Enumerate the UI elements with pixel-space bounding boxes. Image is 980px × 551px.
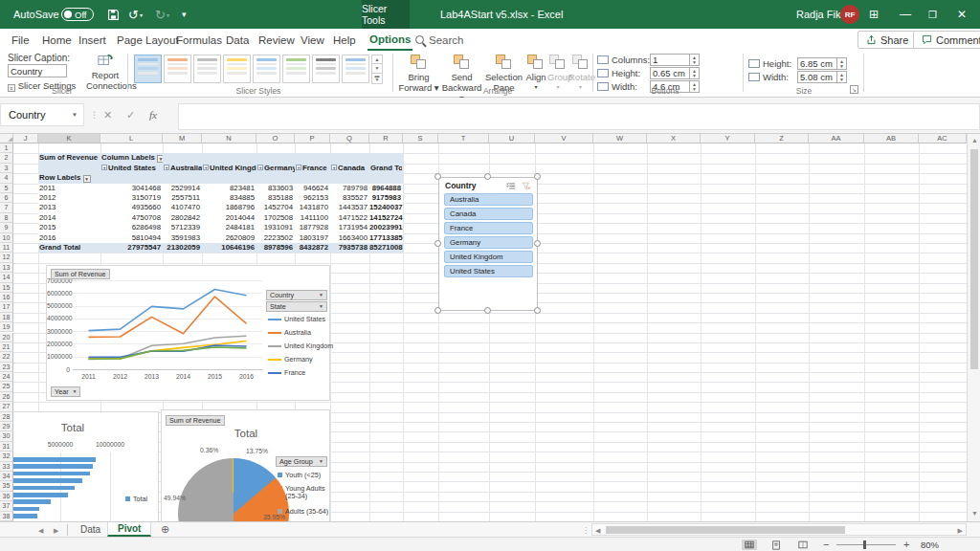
zoom-out-icon[interactable]: −	[823, 539, 829, 550]
sheet-nav-left-icon[interactable]: ◀	[38, 527, 43, 535]
series-australia[interactable]	[89, 297, 247, 337]
column-header-T[interactable]: T	[438, 134, 489, 143]
save-button[interactable]	[107, 0, 120, 29]
column-header-W[interactable]: W	[593, 134, 647, 143]
slicer-clear-filter-icon[interactable]	[522, 181, 531, 192]
tab-insert[interactable]: Insert	[77, 29, 108, 51]
pivot-col-header-canada[interactable]: +Canada	[331, 164, 369, 173]
pivot-grand-total-label[interactable]: Grand Total	[39, 243, 99, 253]
selection-handle[interactable]	[434, 173, 441, 180]
pivot-row-label-2014[interactable]: 2014	[39, 213, 97, 223]
axis-field-button-year[interactable]: Year▼	[51, 386, 80, 397]
slicer-item-australia[interactable]: Australia	[444, 193, 533, 206]
row-header-11[interactable]: 11	[0, 243, 13, 253]
total-bar-chart[interactable]: Total500000010000000Total	[0, 411, 159, 521]
comments-button[interactable]: Comments	[913, 31, 980, 49]
row-header-27[interactable]: 27	[0, 402, 13, 411]
legend-entry-united-kingdom[interactable]: United Kingdom	[268, 342, 333, 350]
row-header-16[interactable]: 16	[0, 293, 13, 302]
customize-quick-access-icon[interactable]: ▾	[182, 0, 187, 29]
tab-home[interactable]: Home	[40, 29, 74, 51]
row-header-20[interactable]: 20	[0, 333, 13, 342]
tab-review[interactable]: Review	[256, 29, 297, 51]
vertical-scroll-thumb[interactable]	[970, 149, 978, 369]
pivot-col-header-france[interactable]: +France	[296, 164, 330, 173]
row-header-32[interactable]: 32	[0, 452, 13, 461]
hscroll-right-icon[interactable]: ▶	[958, 527, 963, 535]
row-header-21[interactable]: 21	[0, 342, 13, 352]
expand-icon[interactable]: +	[203, 165, 209, 170]
tab-help[interactable]: Help	[331, 29, 358, 51]
pivot-column-labels[interactable]: Column Labels ▾	[101, 153, 163, 163]
column-header-U[interactable]: U	[489, 134, 535, 143]
bar-series-bar[interactable]	[11, 457, 96, 462]
series-united-states[interactable]	[89, 290, 247, 331]
slicer-item-germany[interactable]: Germany	[444, 236, 533, 249]
expand-icon[interactable]: +	[331, 165, 337, 170]
slicer-style-option-4[interactable]	[223, 55, 251, 83]
row-header-13[interactable]: 13	[0, 263, 13, 273]
slicer-item-united-kingdom[interactable]: United Kingdom	[444, 251, 533, 263]
enter-entry-icon[interactable]: ✓	[126, 103, 135, 126]
horizontal-scroll-thumb[interactable]	[606, 526, 845, 534]
selection-handle[interactable]	[534, 173, 541, 180]
column-header-AA[interactable]: AA	[809, 134, 864, 143]
new-sheet-icon[interactable]: ⊕	[161, 523, 169, 536]
row-header-4[interactable]: 4	[0, 173, 13, 183]
pie-legend-young-adults-25-34-[interactable]: Young Adults (25-34)	[278, 485, 329, 500]
search-box[interactable]: Search	[413, 29, 465, 51]
bar-series-bar[interactable]	[11, 514, 37, 518]
tab-file[interactable]: File	[10, 29, 32, 51]
row-header-10[interactable]: 10	[0, 233, 13, 243]
expand-icon[interactable]: +	[164, 165, 169, 170]
pivot-col-header-united-kingdom[interactable]: +United Kingdom	[203, 164, 256, 173]
pivot-row-label-2012[interactable]: 2012	[39, 193, 97, 203]
row-labels-filter-icon[interactable]: ▾	[83, 175, 91, 183]
bar-series-bar[interactable]	[11, 472, 90, 476]
pivot-col-header-germany[interactable]: +Germany	[257, 164, 295, 173]
zoom-slider-thumb[interactable]	[863, 540, 866, 549]
bar-series-bar[interactable]	[11, 486, 75, 491]
size-width-input[interactable]: 5.08 cm	[797, 71, 837, 83]
row-header-29[interactable]: 29	[0, 422, 13, 431]
expand-icon[interactable]: +	[257, 165, 263, 170]
zoom-slider-track[interactable]	[836, 544, 896, 545]
row-header-24[interactable]: 24	[0, 372, 13, 382]
select-all-corner[interactable]: ◢	[0, 134, 13, 143]
column-header-J[interactable]: J	[13, 134, 38, 143]
cancel-entry-icon[interactable]: ✕	[103, 103, 112, 126]
row-header-18[interactable]: 18	[0, 313, 13, 322]
context-tab-slicer-tools[interactable]: Slicer Tools	[362, 0, 410, 29]
horizontal-scrollbar[interactable]: ◀ ▶	[591, 523, 967, 536]
row-header-23[interactable]: 23	[0, 363, 13, 372]
restore-button[interactable]: ❐	[928, 0, 937, 29]
slicer-item-canada[interactable]: Canada	[444, 208, 533, 220]
row-header-6[interactable]: 6	[0, 193, 13, 203]
send-backward-button[interactable]: SendBackward ▾	[440, 55, 483, 103]
pie[interactable]	[178, 458, 289, 521]
pivot-row-label-2011[interactable]: 2011	[39, 184, 97, 193]
pivot-row-label-2015[interactable]: 2015	[39, 223, 97, 232]
slicer-item-france[interactable]: France	[444, 222, 533, 234]
bar-series-bar[interactable]	[11, 493, 68, 497]
buttons-height-spinner[interactable]: ▲▼	[690, 67, 700, 79]
row-header-2[interactable]: 2	[0, 153, 13, 163]
tab-page-layout[interactable]: Page Layout	[115, 29, 181, 51]
row-header-9[interactable]: 9	[0, 223, 13, 232]
total-pie-chart[interactable]: Sum of RevenueTotal0.36%13.75%49.94%35.9…	[161, 409, 330, 521]
column-header-AC[interactable]: AC	[919, 134, 967, 143]
column-header-O[interactable]: O	[256, 134, 295, 143]
pie-legend-youth-25-[interactable]: Youth (<25)	[278, 472, 329, 479]
row-header-15[interactable]: 15	[0, 283, 13, 293]
selection-handle[interactable]	[484, 307, 491, 314]
series-germany[interactable]	[89, 342, 247, 359]
page-layout-view-icon[interactable]	[768, 540, 784, 550]
slicer-style-option-8[interactable]	[342, 55, 369, 83]
row-header-17[interactable]: 17	[0, 302, 13, 312]
row-header-38[interactable]: 38	[0, 512, 13, 521]
column-header-L[interactable]: L	[100, 134, 163, 143]
name-box[interactable]: Country ▼	[0, 103, 84, 126]
size-width-spinner[interactable]: ▲▼	[837, 71, 847, 83]
column-header-P[interactable]: P	[295, 134, 330, 143]
size-height-spinner[interactable]: ▲▼	[837, 57, 847, 70]
